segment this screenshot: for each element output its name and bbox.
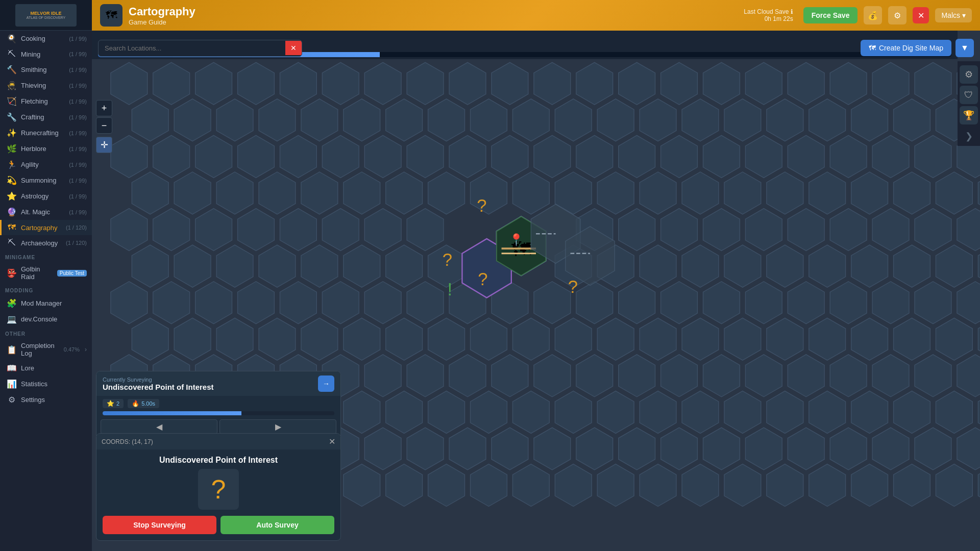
search-clear-button[interactable]: ✕ (285, 41, 302, 55)
minigame-section-header: MINIGAME (0, 251, 92, 262)
poi-tooltip-header: COORDS: (14, 17) ✕ (96, 434, 340, 449)
fletching-count: (1 / 99) (69, 98, 87, 105)
sidebar-item-herblore[interactable]: 🌿Herblore(1 / 99) (0, 141, 92, 157)
cartography-icon: 🗺 (7, 223, 17, 232)
question-mark-4: ? (568, 277, 578, 296)
sidebar-item-archaeology[interactable]: ⛏Archaeology(1 / 120) (0, 235, 92, 251)
close-button[interactable]: ✕ (913, 7, 929, 23)
dig-site-map-icon: 🗺 (869, 44, 876, 52)
sidebar-item-thieving[interactable]: 🥷Thieving(1 / 99) (0, 78, 92, 93)
poi-body: Undiscovered Point of Interest ? (96, 449, 340, 516)
title-area: Cartography Game Guide (129, 5, 195, 26)
sidebar-item-cartography[interactable]: 🗺Cartography(1 / 120) (0, 220, 92, 235)
archaeology-label: Archaeology (21, 239, 62, 247)
survey-panel-header: Currently Surveying Undiscovered Point o… (96, 371, 340, 396)
map-controls: + − ✛ (96, 100, 112, 153)
mining-icon: ⛏ (7, 49, 17, 59)
summoning-count: (1 / 99) (69, 178, 87, 184)
right-panel-shield-button[interactable]: 🛡 (960, 86, 978, 104)
right-panel-chevron[interactable]: ❯ (965, 131, 973, 142)
sidebar-item-agility[interactable]: 🏃Agility(1 / 99) (0, 157, 92, 172)
filter-button[interactable]: ▼ (955, 39, 974, 57)
altmagic-label: Alt. Magic (21, 208, 65, 216)
completion-log-pct: 0.47% (64, 346, 80, 353)
right-panel-trophy-button[interactable]: 🏆 (960, 106, 978, 124)
cloud-info-icon: ℹ (791, 8, 793, 15)
other-section-header: OTHER (0, 327, 92, 339)
user-name: Malcs (941, 11, 960, 19)
agility-count: (1 / 99) (69, 162, 87, 168)
zoom-out-button[interactable]: − (96, 117, 112, 134)
sidebar-item-completion-log[interactable]: 📋 Completion Log 0.47% › (0, 339, 92, 360)
time-reward-icon: 🔥 (132, 400, 139, 407)
agility-icon: 🏃 (7, 160, 17, 169)
svg-marker-215 (978, 391, 980, 433)
time-reward-badge: 🔥 5.00s (128, 399, 159, 408)
xp-reward-icon: ⭐ (107, 400, 114, 407)
survey-next-button[interactable]: ▶ (219, 419, 336, 434)
header: 🗺 Cartography Game Guide Last Cloud Save… (92, 0, 980, 31)
sidebar-item-summoning[interactable]: 💫Summoning(1 / 99) (0, 172, 92, 188)
poi-tooltip: COORDS: (14, 17) ✕ Undiscovered Point of… (96, 433, 341, 541)
sidebar-item-runecrafting[interactable]: ✨Runecrafting(1 / 99) (0, 125, 92, 141)
poi-coords: COORDS: (14, 17) (102, 438, 153, 445)
summoning-icon: 💫 (7, 176, 17, 185)
question-mark-1: ? (477, 196, 486, 215)
sidebar-item-smithing[interactable]: 🔨Smithing(1 / 99) (0, 62, 92, 78)
stop-surveying-button[interactable]: Stop Surveying (103, 516, 216, 534)
hex-map[interactable]: 🗺 📍 ? ? ? ? ! + − ✛ (92, 59, 980, 551)
survey-nav-button[interactable]: → (318, 375, 334, 392)
skill-icon: 🗺 (100, 4, 122, 27)
user-chevron: ▾ (962, 11, 966, 19)
coins-icon: 💰 (868, 11, 878, 20)
create-dig-site-map-button[interactable]: 🗺 Create Dig Site Map (861, 40, 951, 56)
fletching-label: Fletching (21, 97, 65, 105)
mining-count: (1 / 99) (69, 51, 87, 57)
sidebar-item-altmagic[interactable]: 🔮Alt. Magic(1 / 99) (0, 204, 92, 220)
user-button[interactable]: Malcs ▾ (935, 8, 972, 22)
sidebar-item-mining[interactable]: ⛏Mining(1 / 99) (0, 46, 92, 62)
mod-manager-label: Mod Manager (21, 299, 87, 307)
herblore-icon: 🌿 (7, 144, 17, 154)
force-save-button[interactable]: Force Save (803, 7, 858, 23)
right-gear-icon: ⚙ (965, 69, 973, 80)
location-pin: 📍 (509, 233, 524, 247)
survey-prev-button[interactable]: ◀ (101, 419, 217, 434)
lore-icon: 📖 (7, 363, 17, 373)
search-input[interactable] (99, 40, 285, 56)
sidebar-item-dev-console[interactable]: 💻 dev.Console (0, 311, 92, 327)
sidebar-item-cooking[interactable]: 🍳Cooking(1 / 99) (0, 31, 92, 46)
crafting-icon: 🔧 (7, 112, 17, 122)
completion-log-icon: 📋 (7, 345, 17, 355)
sidebar-item-crafting[interactable]: 🔧Crafting(1 / 99) (0, 109, 92, 125)
coins-button[interactable]: 💰 (864, 6, 882, 24)
sidebar-item-lore[interactable]: 📖 Lore (0, 360, 92, 376)
altmagic-count: (1 / 99) (69, 209, 87, 215)
filter-icon: ▼ (961, 43, 969, 53)
xp-reward-badge: ⭐ 2 (103, 399, 124, 408)
smithing-count: (1 / 99) (69, 67, 87, 73)
game-logo: MELVOR IDLE ATLAS OF DISCOVERY (15, 4, 77, 27)
sidebar-item-mod-manager[interactable]: 🧩 Mod Manager (0, 295, 92, 311)
sidebar-item-golbin-raid[interactable]: 👺 Golbin Raid Public Test (0, 262, 92, 284)
page-title: Cartography (129, 5, 195, 18)
question-mark-3: ? (478, 269, 487, 289)
altmagic-icon: 🔮 (7, 207, 17, 217)
astrology-icon: ⭐ (7, 191, 17, 201)
dev-console-label: dev.Console (21, 315, 87, 323)
sidebar: MELVOR IDLE ATLAS OF DISCOVERY 🍳Cooking(… (0, 0, 92, 551)
sidebar-item-settings[interactable]: ⚙ Settings (0, 392, 92, 408)
poi-tooltip-close-button[interactable]: ✕ (329, 437, 335, 446)
auto-survey-button[interactable]: Auto Survey (220, 516, 334, 534)
create-btn-label: Create Dig Site Map (879, 44, 943, 52)
poi-actions: Stop Surveying Auto Survey (96, 516, 340, 540)
header-settings-button[interactable]: ⚙ (888, 6, 906, 24)
sidebar-item-fletching[interactable]: 🏹Fletching(1 / 99) (0, 93, 92, 109)
right-panel-gear-button[interactable]: ⚙ (960, 65, 978, 84)
locate-button[interactable]: ✛ (96, 137, 112, 153)
zoom-in-button[interactable]: + (96, 100, 112, 116)
sidebar-item-astrology[interactable]: ⭐Astrology(1 / 99) (0, 188, 92, 204)
settings-label: Settings (21, 396, 87, 404)
sidebar-item-statistics[interactable]: 📊 Statistics (0, 376, 92, 392)
thieving-label: Thieving (21, 82, 65, 89)
